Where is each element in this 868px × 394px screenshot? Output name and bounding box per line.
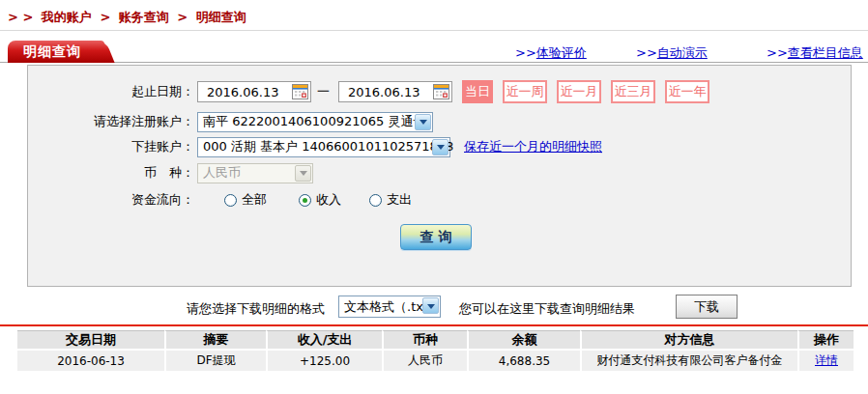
sub-account-select[interactable]: 000 活期 基本户 1406600101102571848 [197,137,450,157]
breadcrumb-prefix: > > [8,10,33,24]
radio-unchecked-icon [224,194,237,207]
currency-value: 人民币 [203,164,241,182]
sub-account-label: 下挂账户： [28,138,194,155]
breadcrumb-item-detail-query[interactable]: 明细查询 [196,10,246,24]
col-header-amount: 收入/支出 [266,330,382,351]
calendar-icon[interactable] [292,84,308,99]
col-header-action: 操作 [797,330,854,351]
col-header-currency: 币种 [382,330,467,351]
flow-all-radio[interactable]: 全部 [224,191,267,209]
registered-account-value: 南平 6222001406100921065 灵通卡 [203,113,425,130]
download-hint-label: 您可以在这里下载查询明细结果 [459,300,635,318]
cell-summary: DF提现 [164,351,266,371]
start-date-input[interactable] [198,83,287,102]
tab-label: 明细查询 [23,43,81,61]
download-format-label: 请您选择下载明细的格式 [187,300,325,318]
end-date-input[interactable] [339,83,428,102]
col-header-balance: 余额 [467,330,580,351]
range-last-month-button[interactable]: 近一月 [557,80,601,103]
cell-balance: 4,688.35 [467,351,580,371]
range-today-button[interactable]: 当日 [462,80,493,103]
chevron-down-icon [415,114,431,130]
sub-account-row: 下挂账户： 000 活期 基本户 1406600101102571848 保存近… [28,134,851,159]
link-label: 自动演示 [657,45,708,60]
query-button[interactable]: 查 询 [400,224,472,250]
tab-detail-query[interactable]: 明细查询 [8,41,116,63]
chevron-down-icon [295,165,311,182]
link-prefix: >> [636,45,657,60]
cell-date: 2016-06-13 [17,351,164,371]
cell-currency: 人民币 [382,351,467,371]
breadcrumb: > > 我的账户 > 账务查询 > 明细查询 [8,9,250,26]
date-range-label: 起止日期： [28,83,194,100]
link-label: 体验评价 [536,45,587,60]
date-range-row: 起止日期： 一 [28,79,851,104]
breadcrumb-divider [0,30,868,31]
table-row: 2016-06-13 DF提现 +125.00 人民币 4,688.35 财付通… [17,351,854,371]
table-header-row: 交易日期 摘要 收入/支出 币种 余额 对方信息 操作 [17,330,854,351]
range-last-3-months-button[interactable]: 近三月 [611,80,655,103]
link-prefix: >> [767,45,788,60]
cell-amount: +125.00 [266,351,382,371]
transaction-table: 交易日期 摘要 收入/支出 币种 余额 对方信息 操作 2016-06-13 D… [17,330,854,371]
col-header-summary: 摘要 [164,330,266,351]
col-header-counterparty: 对方信息 [580,330,797,351]
radio-checked-icon [299,194,311,207]
end-date-field [338,81,452,102]
view-column-info-link[interactable]: >>查看栏目信息 [767,44,863,62]
detail-link[interactable]: 详情 [815,353,838,367]
breadcrumb-item-my-account[interactable]: 我的账户 [42,10,92,24]
cell-counterparty: 财付通支付科技有限公司客户备付金 [580,351,797,371]
header-links: >>体验评价 >>自动演示 >>查看栏目信息 [0,44,868,62]
auto-demo-link[interactable]: >>自动演示 [636,44,708,62]
link-prefix: >> [515,45,536,60]
flow-income-label: 收入 [316,191,341,209]
breadcrumb-separator: > [100,10,110,24]
flow-expense-label: 支出 [387,191,412,209]
download-format-select[interactable]: 文本格式（.txt） [338,296,441,318]
range-last-year-button[interactable]: 近一年 [665,80,709,103]
range-last-week-button[interactable]: 近一周 [503,80,547,103]
col-header-date: 交易日期 [17,330,164,351]
experience-rating-link[interactable]: >>体验评价 [515,44,587,62]
breadcrumb-separator: > [177,10,188,24]
date-range-separator: 一 [317,83,330,100]
cell-action: 详情 [797,351,854,371]
calendar-icon[interactable] [433,84,449,99]
sub-account-value: 000 活期 基本户 1406600101102571848 [203,138,453,155]
flow-all-label: 全部 [242,191,267,209]
tabbar-divider [0,62,868,63]
currency-select: 人民币 [197,163,313,183]
detail-query-page: > > 我的账户 > 账务查询 > 明细查询 明细查询 >>体验评价 >>自动演… [0,0,868,394]
query-form-panel: 起止日期： 一 [27,65,852,287]
section-divider [0,324,868,326]
flow-direction-label: 资金流向： [28,191,194,209]
radio-unchecked-icon [369,194,382,207]
registered-account-row: 请选择注册账户： 南平 6222001406100921065 灵通卡 [28,109,851,134]
start-date-field [197,81,311,102]
chevron-down-icon [432,139,448,155]
flow-direction-row: 资金流向： 全部 收入 支出 [28,187,851,212]
save-snapshot-link[interactable]: 保存近一个月的明细快照 [464,138,602,155]
flow-income-radio[interactable]: 收入 [299,191,341,209]
link-label: 查看栏目信息 [788,45,863,60]
flow-expense-radio[interactable]: 支出 [369,191,412,209]
chevron-down-icon [422,297,439,314]
breadcrumb-item-account-query[interactable]: 账务查询 [119,10,169,24]
registered-account-label: 请选择注册账户： [28,113,194,130]
registered-account-select[interactable]: 南平 6222001406100921065 灵通卡 [197,112,433,132]
currency-row: 币 种： 人民币 [28,160,851,185]
currency-label: 币 种： [28,164,194,182]
download-button[interactable]: 下载 [676,295,738,319]
